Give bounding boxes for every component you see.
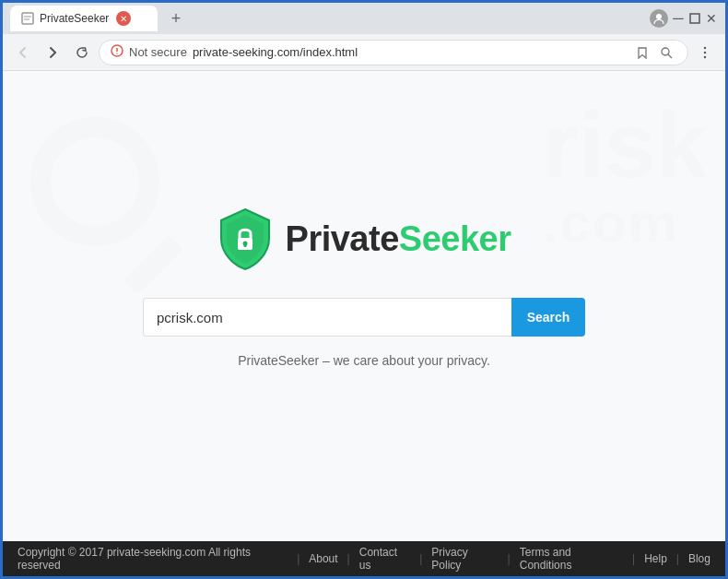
logo-container: PrivateSeeker [217, 207, 511, 270]
svg-point-11 [704, 51, 706, 53]
footer-link-help[interactable]: Help [644, 552, 667, 565]
footer-sep-1: | [347, 552, 350, 565]
search-box-container: Search [143, 298, 585, 337]
tab-close-button[interactable]: ✕ [116, 11, 131, 26]
svg-point-10 [704, 46, 706, 48]
footer: Copyright © 2017 private-seeking.com All… [3, 541, 725, 576]
shield-icon [217, 207, 273, 270]
footer-sep-2: | [419, 552, 422, 565]
url-text: private-seeking.com/index.html [193, 45, 358, 59]
profile-button[interactable] [650, 9, 668, 28]
security-icon [111, 44, 123, 60]
bookmark-icon[interactable] [632, 42, 652, 63]
footer-sep-4: | [632, 552, 635, 565]
svg-point-7 [116, 53, 117, 53]
footer-link-contact[interactable]: Contact us [359, 546, 411, 572]
svg-line-9 [668, 54, 672, 58]
nav-bar: Not secure private-seeking.com/index.htm… [3, 34, 725, 71]
footer-link-terms[interactable]: Terms and Conditions [520, 546, 623, 572]
browser-tab[interactable]: PrivateSeeker ✕ [10, 6, 158, 31]
svg-point-3 [656, 14, 662, 19]
tab-title: PrivateSeeker [40, 12, 109, 25]
forward-button[interactable] [40, 40, 65, 65]
security-label: Not secure [129, 45, 187, 59]
minimize-button[interactable]: ─ [672, 12, 685, 25]
address-bar-icons [632, 42, 676, 63]
footer-sep-5: | [676, 552, 679, 565]
tagline: PrivateSeeker – we care about your priva… [238, 353, 490, 368]
footer-sep-0: | [297, 552, 299, 565]
new-tab-button[interactable]: + [163, 6, 189, 31]
svg-rect-15 [243, 243, 246, 247]
search-button[interactable]: Search [511, 298, 585, 337]
title-bar: PrivateSeeker ✕ + ─ ✕ [3, 3, 725, 34]
svg-rect-0 [22, 13, 33, 24]
footer-link-blog[interactable]: Blog [688, 552, 710, 565]
chrome-window: PrivateSeeker ✕ + ─ ✕ [3, 3, 725, 576]
footer-sep-3: | [508, 552, 511, 565]
logo-text: PrivateSeeker [286, 219, 511, 259]
search-input[interactable] [143, 298, 511, 337]
search-area: PrivateSeeker Search PrivateSeeker – we … [3, 71, 725, 541]
svg-point-8 [662, 48, 669, 55]
refresh-button[interactable] [69, 40, 95, 65]
logo-seeker: Seeker [399, 219, 511, 258]
logo-private: Private [286, 219, 399, 258]
svg-rect-4 [690, 14, 699, 23]
footer-link-about[interactable]: About [309, 552, 337, 565]
svg-point-12 [704, 55, 706, 57]
back-button[interactable] [10, 40, 36, 65]
close-button[interactable]: ✕ [705, 12, 718, 25]
footer-link-privacy[interactable]: Privacy Policy [431, 546, 498, 572]
footer-copyright: Copyright © 2017 private-seeking.com All… [18, 546, 288, 572]
search-addr-icon[interactable] [656, 42, 676, 63]
address-bar[interactable]: Not secure private-seeking.com/index.htm… [99, 40, 688, 65]
page-icon [21, 12, 34, 25]
page-content: risk .com [3, 71, 725, 576]
maximize-button[interactable] [688, 12, 701, 25]
window-controls: ─ ✕ [650, 9, 718, 28]
more-options-button[interactable] [692, 40, 718, 65]
